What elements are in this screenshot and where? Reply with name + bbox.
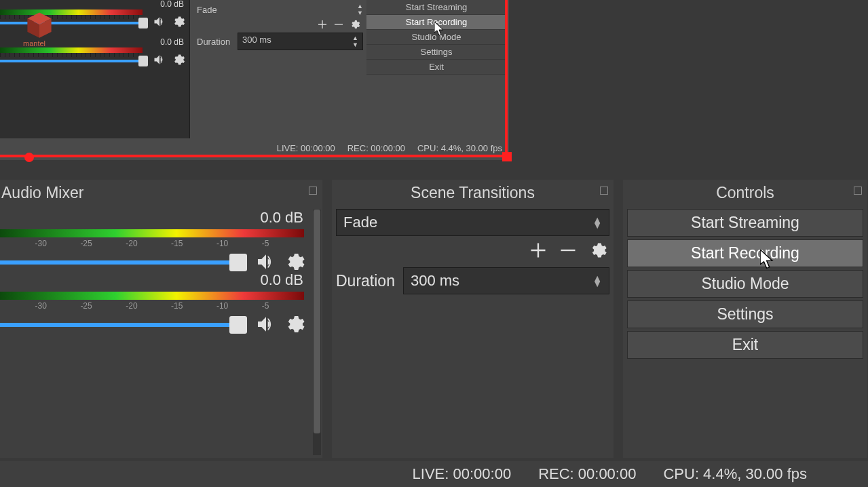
gear-icon[interactable]	[172, 15, 185, 28]
rec-status: REC: 00:00:00	[538, 465, 636, 483]
gear-icon[interactable]	[588, 240, 608, 260]
cpu-status: CPU: 4.4%, 30.00 fps	[663, 465, 807, 483]
volume-slider-0[interactable]	[0, 260, 229, 265]
minus-icon[interactable]	[558, 240, 578, 260]
audio-mixer-panel: Audio Mixer 0.0 dB -30 -25 -20 -15 -10 -…	[0, 180, 322, 458]
minus-icon[interactable]	[333, 19, 344, 30]
audio-meter-0	[0, 229, 304, 237]
mini-vol-thumb-1[interactable]	[138, 56, 148, 66]
mini-vol-slider-1[interactable]	[0, 60, 138, 62]
volume-slider-1[interactable]	[0, 323, 229, 327]
popout-icon[interactable]	[309, 187, 317, 195]
mini-live-status: LIVE: 00:00:00	[277, 143, 335, 153]
transition-select[interactable]: Fade ▲▼	[336, 209, 609, 236]
mini-duration-label: Duration	[197, 37, 238, 47]
plus-icon[interactable]	[317, 19, 328, 30]
mini-exit-button[interactable]: Exit	[366, 60, 506, 75]
volume-thumb-0[interactable]	[229, 254, 247, 271]
audio-ticks-0: -30 -25 -20 -15 -10 -5	[0, 237, 304, 251]
volume-thumb-1[interactable]	[229, 316, 247, 334]
scene-transitions-title: Scene Transitions	[332, 180, 614, 209]
start-recording-button[interactable]: Start Recording	[627, 239, 863, 267]
audio-track-0: 0.0 dB -30 -25 -20 -15 -10 -5	[0, 209, 322, 271]
speaker-icon[interactable]	[153, 15, 166, 28]
audio-ticks-1: -30 -25 -20 -15 -10 -5	[0, 300, 304, 313]
gear-icon[interactable]	[284, 313, 305, 335]
preview-panel: 0.0 dB mantel	[0, 0, 509, 160]
mini-studio-mode-button[interactable]: Studio Mode	[366, 30, 506, 45]
scrollbar[interactable]	[313, 210, 321, 455]
transition-type: Fade	[343, 214, 377, 231]
start-streaming-button[interactable]: Start Streaming	[627, 209, 863, 237]
speaker-icon[interactable]	[255, 313, 277, 335]
chevron-updown-icon: ▲▼	[592, 217, 602, 228]
speaker-icon[interactable]	[153, 53, 166, 66]
mini-duration-input[interactable]: 300 ms ▲▼	[238, 33, 363, 50]
chevron-updown-icon: ▲▼	[592, 275, 602, 286]
gear-icon[interactable]	[284, 251, 305, 273]
audio-mixer-title: Audio Mixer	[0, 180, 322, 209]
db-value-1: 0.0 dB	[0, 271, 322, 289]
db-value-0: 0.0 dB	[0, 209, 322, 227]
mini-settings-button[interactable]: Settings	[366, 45, 506, 60]
audio-track-1: 0.0 dB -30 -25 -20 -15 -10 -5	[0, 271, 322, 334]
popout-icon[interactable]	[854, 187, 862, 195]
mini-start-streaming-button[interactable]: Start Streaming	[366, 0, 506, 15]
mini-start-recording-button[interactable]: Start Recording	[366, 15, 506, 30]
mini-rec-status: REC: 00:00:00	[347, 143, 405, 153]
mini-controls: Start Streaming Start Recording Studio M…	[366, 0, 506, 75]
mini-transition-type: Fade	[197, 5, 217, 15]
mini-db-1: 0.0 dB	[160, 37, 184, 47]
live-status: LIVE: 00:00:00	[413, 465, 512, 483]
duration-label: Duration	[336, 272, 395, 290]
mini-audio-mixer: 0.0 dB mantel	[0, 0, 190, 138]
mini-vol-slider-0[interactable]	[0, 22, 138, 24]
selection-border-icon	[0, 155, 509, 157]
plus-icon[interactable]	[528, 240, 548, 260]
studio-mode-button[interactable]: Studio Mode	[627, 270, 863, 298]
resize-handle-icon[interactable]	[502, 152, 512, 161]
audio-meter-1	[0, 292, 304, 300]
mini-transition-select[interactable]: Fade ▲▼	[197, 3, 363, 16]
gear-icon[interactable]	[172, 53, 185, 66]
chevron-updown-icon: ▲▼	[357, 3, 363, 16]
exit-button[interactable]: Exit	[627, 331, 863, 359]
gear-icon[interactable]	[350, 19, 360, 30]
mini-vol-thumb-0[interactable]	[138, 18, 148, 28]
controls-title: Controls	[623, 180, 867, 209]
statusbar: LIVE: 00:00:00 REC: 00:00:00 CPU: 4.4%, …	[0, 461, 868, 487]
settings-button[interactable]: Settings	[627, 300, 863, 328]
mini-meter-0	[0, 9, 143, 15]
resize-handle-icon[interactable]	[24, 153, 34, 162]
mini-db-0: 0.0 dB	[160, 0, 184, 9]
chevron-updown-icon: ▲▼	[352, 35, 358, 48]
controls-panel: Controls Start Streaming Start Recording…	[623, 180, 867, 458]
mini-scene-transitions: Fade ▲▼ Duration 300 ms ▲▼	[197, 0, 363, 47]
mini-statusbar: LIVE: 00:00:00 REC: 00:00:00 CPU: 4.4%, …	[197, 143, 502, 153]
mini-meter-1	[0, 47, 143, 53]
scene-transitions-panel: Scene Transitions Fade ▲▼ Duration	[332, 180, 614, 458]
source-3d-icon	[24, 9, 54, 39]
popout-icon[interactable]	[600, 187, 608, 195]
duration-input[interactable]: 300 ms ▲▼	[403, 267, 609, 294]
scrollbar-thumb[interactable]	[314, 210, 320, 433]
mini-cpu-status: CPU: 4.4%, 30.00 fps	[417, 143, 502, 153]
speaker-icon[interactable]	[255, 251, 277, 273]
selection-border-icon	[505, 0, 508, 157]
duration-value: 300 ms	[411, 272, 459, 290]
